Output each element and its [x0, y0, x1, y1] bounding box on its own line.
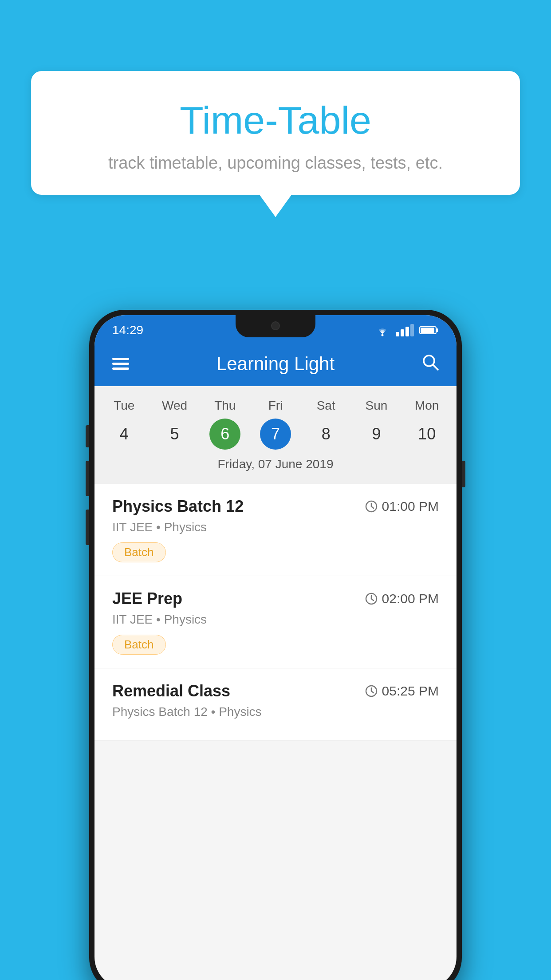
svg-line-14: [371, 599, 374, 601]
calendar-section: Tue Wed Thu Fri Sat Sun Mon 4 5 6 7 8 9 …: [94, 386, 457, 484]
power-button: [462, 461, 465, 487]
batch-badge-2: Batch: [112, 635, 166, 655]
phone-screen: 14:29: [94, 315, 457, 980]
schedule-item-3-header: Remedial Class 05:25 PM: [112, 682, 439, 700]
schedule-item-3-subtitle: Physics Batch 12 • Physics: [112, 705, 439, 719]
svg-rect-6: [112, 368, 129, 370]
volume-down-button: [86, 461, 89, 496]
date-8[interactable]: 8: [301, 416, 351, 452]
schedule-item-2-title: JEE Prep: [112, 589, 182, 608]
date-9[interactable]: 9: [351, 416, 402, 452]
volume-up-button: [86, 425, 89, 447]
date-10[interactable]: 10: [401, 416, 452, 452]
speech-bubble-subtitle: track timetable, upcoming classes, tests…: [58, 154, 493, 173]
schedule-item-3-title: Remedial Class: [112, 682, 230, 700]
svg-point-0: [382, 334, 384, 336]
batch-badge-1: Batch: [112, 542, 166, 562]
day-tue: Tue: [99, 395, 150, 416]
front-camera: [271, 321, 280, 330]
schedule-item-1-header: Physics Batch 12 01:00 PM: [112, 497, 439, 516]
svg-rect-4: [112, 358, 129, 360]
svg-line-11: [371, 506, 374, 508]
speech-bubble-arrow: [260, 195, 291, 217]
schedule-item-2-subtitle: IIT JEE • Physics: [112, 612, 439, 627]
svg-rect-2: [436, 328, 438, 332]
signal-icon: [396, 324, 414, 336]
schedule-item-1-time: 01:00 PM: [365, 499, 439, 514]
status-time: 14:29: [112, 323, 143, 337]
schedule-item-2[interactable]: JEE Prep 02:00 PM IIT JEE • Physics Batc…: [94, 576, 457, 668]
phone-notch: [236, 315, 315, 337]
clock-icon-3: [365, 685, 378, 697]
speech-bubble-container: Time-Table track timetable, upcoming cla…: [31, 71, 520, 217]
app-title: Learning Light: [216, 353, 335, 375]
date-5[interactable]: 5: [150, 416, 200, 452]
battery-icon: [419, 325, 439, 335]
phone-frame: 14:29: [89, 310, 462, 980]
svg-line-8: [433, 365, 438, 370]
day-labels: Tue Wed Thu Fri Sat Sun Mon: [94, 395, 457, 416]
wifi-icon: [374, 324, 390, 336]
day-thu: Thu: [200, 395, 250, 416]
schedule-item-1[interactable]: Physics Batch 12 01:00 PM IIT JEE • Phys…: [94, 484, 457, 576]
svg-rect-5: [112, 363, 129, 365]
schedule-list: Physics Batch 12 01:00 PM IIT JEE • Phys…: [94, 484, 457, 741]
day-sun: Sun: [351, 395, 402, 416]
schedule-item-1-title: Physics Batch 12: [112, 497, 244, 516]
clock-icon: [365, 500, 378, 513]
day-mon: Mon: [401, 395, 452, 416]
date-7-selected[interactable]: 7: [260, 419, 291, 450]
schedule-item-3-time: 05:25 PM: [365, 684, 439, 699]
day-sat: Sat: [301, 395, 351, 416]
schedule-item-2-time: 02:00 PM: [365, 591, 439, 606]
svg-rect-3: [421, 328, 434, 333]
app-bar: Learning Light: [94, 342, 457, 386]
speech-bubble-title: Time-Table: [58, 98, 493, 143]
day-wed: Wed: [150, 395, 200, 416]
day-fri: Fri: [250, 395, 301, 416]
search-button[interactable]: [422, 354, 439, 375]
silent-button: [86, 510, 89, 545]
speech-bubble: Time-Table track timetable, upcoming cla…: [31, 71, 520, 195]
svg-line-17: [371, 691, 374, 693]
selected-date-label: Friday, 07 June 2019: [94, 452, 457, 479]
schedule-item-2-header: JEE Prep 02:00 PM: [112, 589, 439, 608]
schedule-item-3[interactable]: Remedial Class 05:25 PM Physics Batch 12…: [94, 668, 457, 741]
menu-icon[interactable]: [112, 354, 129, 374]
status-icons: [374, 324, 439, 336]
schedule-item-1-subtitle: IIT JEE • Physics: [112, 520, 439, 534]
date-4[interactable]: 4: [99, 416, 150, 452]
day-numbers: 4 5 6 7 8 9 10: [94, 416, 457, 452]
clock-icon-2: [365, 593, 378, 605]
date-6-today[interactable]: 6: [209, 419, 240, 450]
